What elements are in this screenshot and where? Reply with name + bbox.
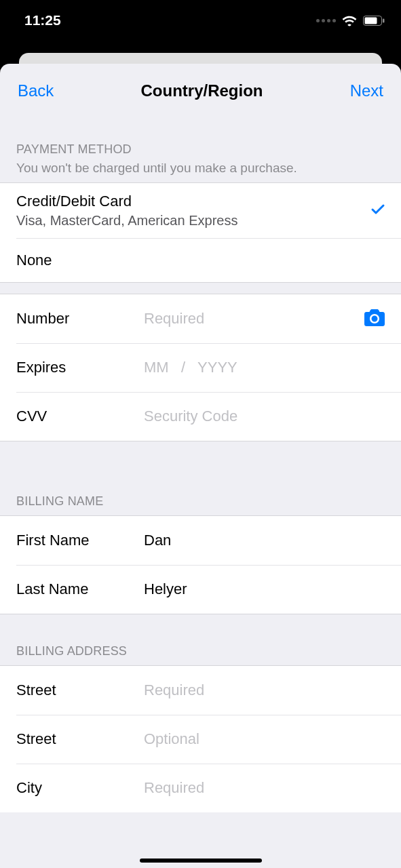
billing-name-group: First Name Last Name: [0, 515, 401, 614]
card-cvv-input[interactable]: [144, 408, 385, 425]
street2-input[interactable]: [144, 730, 385, 748]
city-label: City: [16, 779, 144, 797]
street1-label: Street: [16, 682, 144, 699]
svg-rect-1: [365, 17, 377, 24]
card-number-input[interactable]: [144, 310, 356, 328]
last-name-input[interactable]: [144, 580, 385, 598]
back-button[interactable]: Back: [18, 81, 54, 100]
wifi-icon: [341, 14, 358, 26]
billing-name-title: BILLING NAME: [16, 494, 385, 509]
card-fields-group: Number Expires CVV: [0, 294, 401, 441]
form-scroll[interactable]: PAYMENT METHOD You won't be charged unti…: [0, 118, 401, 868]
payment-method-title: PAYMENT METHOD: [16, 142, 385, 157]
checkmark-icon: [370, 201, 386, 220]
nav-bar: Back Country/Region Next: [0, 64, 401, 118]
billing-name-header: BILLING NAME: [0, 441, 401, 515]
card-number-label: Number: [16, 310, 144, 328]
city-input[interactable]: [144, 779, 385, 797]
card-expires-row[interactable]: Expires: [0, 343, 401, 392]
status-time: 11:25: [24, 12, 61, 28]
camera-icon[interactable]: [364, 309, 385, 329]
next-button[interactable]: Next: [350, 81, 383, 100]
city-row[interactable]: City: [0, 764, 401, 812]
battery-icon: [363, 16, 385, 26]
cellular-dots-icon: [316, 19, 336, 22]
payment-option-card[interactable]: Credit/Debit Card Visa, MasterCard, Amer…: [0, 183, 401, 238]
street1-row[interactable]: Street: [0, 666, 401, 715]
first-name-row[interactable]: First Name: [0, 516, 401, 565]
page-title: Country/Region: [141, 81, 263, 100]
payment-option-card-title: Credit/Debit Card: [16, 193, 385, 210]
card-cvv-label: CVV: [16, 408, 144, 425]
billing-address-title: BILLING ADDRESS: [16, 644, 385, 658]
first-name-label: First Name: [16, 532, 144, 549]
modal-sheet: Back Country/Region Next PAYMENT METHOD …: [0, 64, 401, 868]
status-bar: 11:25: [0, 0, 401, 41]
card-expires-label: Expires: [16, 359, 144, 376]
payment-method-note: You won't be charged until you make a pu…: [16, 161, 385, 176]
first-name-input[interactable]: [144, 532, 385, 549]
street1-input[interactable]: [144, 682, 385, 699]
billing-address-header: BILLING ADDRESS: [0, 614, 401, 665]
payment-method-header: PAYMENT METHOD You won't be charged unti…: [0, 118, 401, 182]
card-expires-input[interactable]: [144, 359, 385, 376]
billing-address-group: Street Street City: [0, 665, 401, 812]
status-icons: [316, 14, 385, 26]
card-cvv-row[interactable]: CVV: [0, 392, 401, 441]
payment-method-options: Credit/Debit Card Visa, MasterCard, Amer…: [0, 182, 401, 283]
street2-label: Street: [16, 730, 144, 748]
payment-option-card-subtitle: Visa, MasterCard, American Express: [16, 213, 385, 229]
payment-option-none[interactable]: None: [0, 238, 401, 282]
card-number-row[interactable]: Number: [0, 294, 401, 343]
street2-row[interactable]: Street: [0, 715, 401, 764]
payment-option-none-title: None: [16, 252, 385, 269]
last-name-row[interactable]: Last Name: [0, 565, 401, 614]
last-name-label: Last Name: [16, 580, 144, 598]
home-indicator[interactable]: [140, 859, 262, 863]
svg-rect-2: [383, 18, 385, 22]
